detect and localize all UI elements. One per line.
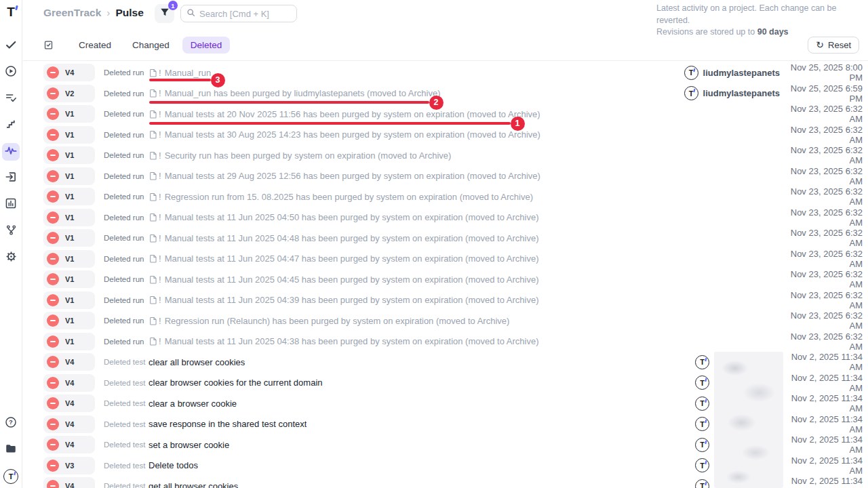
sidebar-item-analytics[interactable]: [2, 196, 20, 214]
play-icon: [5, 65, 17, 80]
timestamp: Nov 23, 2025 6:32 AM: [780, 331, 863, 352]
tab-changed[interactable]: Changed: [124, 37, 178, 54]
minus-icon: [47, 336, 59, 348]
version-label: V1: [65, 214, 74, 222]
sidebar-item-tests[interactable]: [2, 37, 20, 55]
timestamp: Nov 2, 2025 11:34 AM: [780, 434, 863, 455]
search-input[interactable]: [199, 9, 291, 19]
table-row[interactable]: V1Deleted run!Manual tests at 11 Jun 202…: [23, 228, 868, 249]
version-badge[interactable]: V1: [43, 105, 95, 123]
user-avatar-icon: T: [695, 396, 709, 411]
breadcrumb-project[interactable]: GreenTrack: [43, 7, 101, 19]
app-logo[interactable]: T: [2, 3, 20, 21]
file-warning-icon: !: [159, 68, 161, 78]
timestamp: Nov 2, 2025 11:34 AM: [780, 476, 863, 488]
file-warning-icon: !: [159, 171, 161, 181]
version-badge[interactable]: V4: [43, 394, 95, 412]
version-badge[interactable]: V3: [43, 457, 95, 474]
breadcrumb: GreenTrack › Pulse: [43, 7, 144, 19]
reset-button[interactable]: ↻ Reset: [808, 37, 859, 54]
activity-info-text: Latest activity on a project. Each chang…: [656, 3, 868, 39]
version-label: V1: [65, 192, 74, 201]
user-avatar-icon: T: [695, 375, 709, 390]
row-description: !Regression run (Relaunch) has been purg…: [149, 316, 509, 326]
row-type-label: Deleted run: [104, 296, 149, 304]
sidebar-item-steps[interactable]: [2, 117, 20, 134]
minus-icon: [47, 170, 59, 182]
version-badge[interactable]: V4: [43, 477, 95, 488]
version-badge[interactable]: V1: [43, 126, 95, 144]
sidebar-item-plans[interactable]: [2, 90, 20, 108]
row-type-label: Deleted test: [104, 441, 149, 449]
version-label: V1: [65, 275, 74, 283]
search-box[interactable]: [180, 5, 297, 22]
steps-icon: [5, 119, 16, 132]
version-badge[interactable]: V1: [43, 250, 95, 268]
version-badge[interactable]: V4: [43, 353, 95, 371]
table-row[interactable]: V1Deleted run!Manual tests at 11 Jun 202…: [23, 290, 868, 311]
version-badge[interactable]: V4: [43, 64, 95, 81]
user-avatar[interactable]: T: [2, 468, 20, 485]
version-badge[interactable]: V1: [43, 291, 95, 309]
row-type-label: Deleted test: [104, 482, 149, 488]
row-description: !Manual tests at 11 Jun 2025 04:45 has b…: [149, 274, 539, 285]
sidebar-item-import[interactable]: [2, 169, 20, 187]
version-badge[interactable]: V4: [43, 436, 95, 453]
row-description: !Manual tests at 11 Jun 2025 04:47 has b…: [149, 253, 539, 264]
version-badge[interactable]: V1: [43, 312, 95, 329]
minus-icon: [47, 232, 59, 244]
version-label: V4: [65, 379, 74, 387]
sidebar-item-projects[interactable]: [2, 441, 20, 459]
table-row[interactable]: V1Deleted run!Regression run (Relaunch) …: [23, 310, 868, 331]
tab-created[interactable]: Created: [71, 37, 119, 54]
table-row[interactable]: V1Deleted run!Manual tests at 30 Aug 202…: [23, 125, 868, 146]
table-row[interactable]: V1Deleted run!Security run has been purg…: [23, 145, 868, 166]
tab-deleted[interactable]: Deleted: [182, 37, 231, 54]
version-label: V1: [65, 317, 74, 325]
row-type-label: Deleted run: [104, 234, 149, 242]
timestamp: Nov 25, 2025 6:59 PM: [780, 83, 863, 104]
sidebar-item-settings[interactable]: [2, 249, 20, 266]
table-row[interactable]: V1Deleted run!Manual tests at 11 Jun 202…: [23, 269, 868, 290]
version-label: V1: [65, 131, 74, 139]
file-warning-icon: !: [159, 88, 161, 98]
gear-icon: [5, 251, 17, 265]
row-type-label: Deleted test: [104, 399, 149, 407]
table-row[interactable]: V1Deleted run!Manual tests at 20 Nov 202…: [23, 104, 868, 125]
sidebar-item-pulse[interactable]: [2, 143, 20, 161]
version-badge[interactable]: V1: [43, 333, 95, 350]
filter-button[interactable]: 1: [155, 4, 174, 23]
version-badge[interactable]: V1: [43, 229, 95, 247]
exit-icon: [5, 171, 17, 186]
version-badge[interactable]: V1: [43, 209, 95, 226]
table-row[interactable]: V1Deleted run!Manual tests at 11 Jun 202…: [23, 207, 868, 228]
version-label: V1: [65, 296, 74, 304]
annotation-line-3: [149, 79, 211, 81]
version-badge[interactable]: V1: [43, 270, 95, 288]
version-badge[interactable]: V2: [43, 85, 95, 102]
table-row[interactable]: V1Deleted run!Manual tests at 11 Jun 202…: [23, 331, 868, 352]
version-label: V4: [65, 358, 74, 366]
version-badge[interactable]: V1: [43, 167, 95, 185]
table-row[interactable]: V1Deleted run!Manual tests at 11 Jun 202…: [23, 249, 868, 270]
row-type-label: Deleted run: [104, 317, 149, 325]
sidebar-item-runs[interactable]: [2, 64, 20, 81]
version-label: V4: [65, 68, 74, 77]
table-row[interactable]: V1Deleted run!Manual tests at 29 Aug 202…: [23, 166, 868, 187]
file-warning-icon: !: [159, 212, 161, 222]
row-type-label: Deleted test: [104, 420, 149, 428]
timestamp: Nov 2, 2025 11:34 AM: [780, 455, 863, 476]
version-label: V1: [65, 338, 74, 346]
row-type-label: Deleted test: [104, 462, 149, 470]
row-type-label: Deleted run: [104, 192, 149, 201]
sidebar-item-help[interactable]: ?: [2, 415, 20, 432]
sidebar-item-branches[interactable]: [2, 222, 20, 240]
minus-icon: [47, 397, 59, 409]
row-description: clear all browser cookies: [149, 357, 245, 367]
version-badge[interactable]: V4: [43, 415, 95, 433]
version-badge[interactable]: V4: [43, 374, 95, 392]
version-badge[interactable]: V1: [43, 188, 95, 205]
minus-icon: [47, 314, 59, 327]
version-badge[interactable]: V1: [43, 146, 95, 164]
table-row[interactable]: V1Deleted run!Regression run from 15. 08…: [23, 186, 868, 207]
